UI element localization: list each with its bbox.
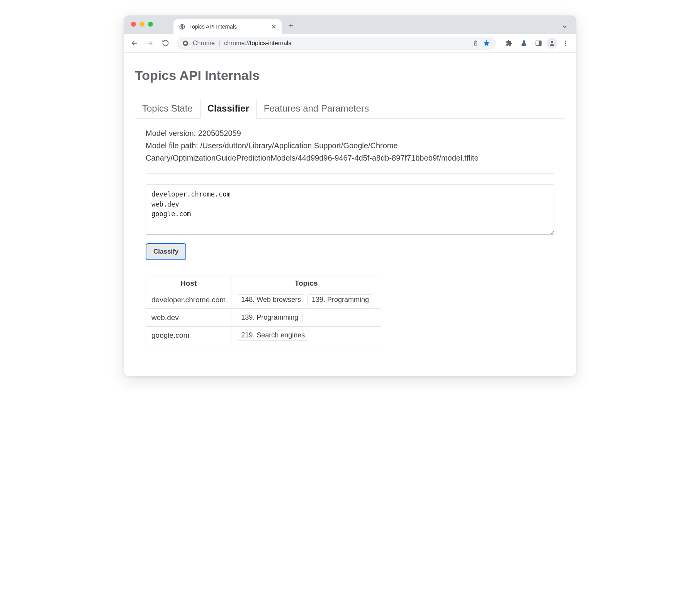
svg-point-9 [565, 44, 566, 46]
globe-icon [179, 24, 185, 30]
page-content: Topics API Internals Topics State Classi… [124, 53, 576, 376]
divider [146, 173, 554, 174]
reload-button[interactable] [159, 37, 172, 50]
profile-avatar[interactable] [547, 38, 557, 49]
svg-point-2 [184, 42, 187, 44]
col-host: Host [146, 276, 231, 291]
tabstrip-dropdown-button[interactable] [561, 23, 568, 30]
tab-topics-state[interactable]: Topics State [135, 99, 200, 119]
toolbar: Chrome | chrome://topics-internals [124, 34, 576, 53]
tab-title: Topics API Internals [189, 24, 267, 30]
labs-icon[interactable] [517, 37, 530, 50]
page-tabs: Topics State Classifier Features and Par… [135, 98, 565, 119]
cell-topics: 148. Web browsers139. Programming [231, 291, 381, 309]
cell-host: web.dev [146, 309, 231, 327]
forward-button[interactable] [143, 37, 156, 50]
classifier-panel: Model version: 2205052059 Model file pat… [135, 119, 565, 353]
svg-point-8 [565, 42, 566, 44]
address-bar[interactable]: Chrome | chrome://topics-internals [177, 37, 496, 50]
share-icon[interactable] [472, 40, 479, 46]
omnibox-separator: | [219, 40, 220, 47]
topic-chip: 148. Web browsers [237, 294, 305, 305]
cell-host: google.com [146, 327, 231, 344]
back-button[interactable] [128, 37, 141, 50]
table-row: developer.chrome.com148. Web browsers139… [146, 291, 381, 309]
maximize-window-button[interactable] [148, 22, 153, 27]
new-tab-button[interactable] [285, 20, 296, 31]
window-controls [131, 22, 153, 27]
topic-chip: 139. Programming [237, 312, 302, 323]
topic-chip: 219. Search engines [237, 330, 309, 341]
minimize-window-button[interactable] [139, 22, 144, 27]
svg-point-3 [524, 44, 526, 46]
side-panel-icon[interactable] [532, 37, 545, 50]
tab-features-parameters[interactable]: Features and Parameters [257, 99, 376, 119]
close-tab-button[interactable]: ✕ [271, 23, 276, 30]
omnibox-app-label: Chrome [193, 40, 215, 47]
col-topics: Topics [231, 276, 381, 291]
table-row: google.com219. Search engines [146, 327, 381, 344]
titlebar: Topics API Internals ✕ [124, 15, 576, 34]
topic-chip: 139. Programming [308, 294, 373, 305]
kebab-menu-icon[interactable] [559, 37, 572, 50]
tab-classifier[interactable]: Classifier [200, 99, 257, 119]
toolbar-actions [503, 37, 572, 50]
model-path-label: Model file path: [146, 141, 198, 150]
results-table: Host Topics developer.chrome.com148. Web… [146, 276, 381, 344]
cell-topics: 219. Search engines [231, 327, 381, 344]
model-path-line: Model file path: /Users/dutton/Library/A… [146, 139, 554, 164]
browser-tab[interactable]: Topics API Internals ✕ [173, 19, 282, 34]
bookmark-star-icon[interactable] [483, 39, 490, 47]
close-window-button[interactable] [131, 22, 136, 27]
svg-point-6 [551, 41, 553, 43]
table-row: web.dev139. Programming [146, 309, 381, 327]
cell-topics: 139. Programming [231, 309, 381, 327]
cell-host: developer.chrome.com [146, 291, 231, 309]
chrome-icon [182, 40, 189, 47]
extensions-icon[interactable] [503, 37, 516, 50]
page-title: Topics API Internals [135, 68, 565, 83]
browser-window: Topics API Internals ✕ Chrome | chrome [124, 15, 576, 376]
svg-point-7 [565, 41, 566, 42]
model-version-value: 2205052059 [198, 129, 241, 137]
model-version-line: Model version: 2205052059 [146, 127, 554, 139]
classify-button[interactable]: Classify [146, 243, 186, 260]
svg-rect-5 [539, 41, 541, 46]
table-header-row: Host Topics [146, 276, 381, 291]
omnibox-url: chrome://topics-internals [224, 40, 291, 47]
hosts-input[interactable] [146, 185, 554, 235]
model-version-label: Model version: [146, 129, 196, 137]
